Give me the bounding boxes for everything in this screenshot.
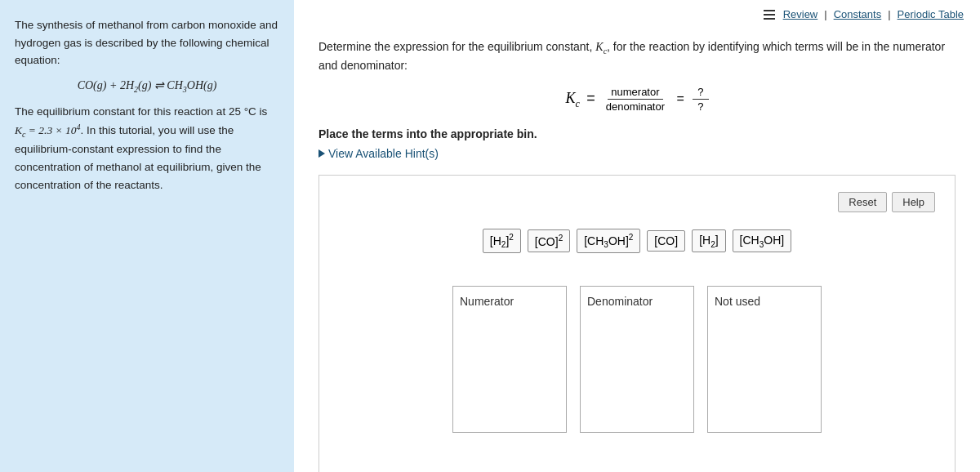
main-content: Determine the expression for the equilib…: [294, 0, 980, 472]
term-ch3oh[interactable]: [CH3OH]: [733, 229, 792, 253]
instruction-text: Place the terms into the appropriate bin…: [318, 127, 956, 140]
formula-question-den: ?: [693, 100, 708, 113]
term-h2-squared[interactable]: [H2]2: [483, 229, 521, 253]
terms-row: [H2]2 [CO]2 [CH3OH]2 [CO] [H2] [CH3OH]: [339, 229, 935, 253]
sidebar-content: The synthesis of methanol from carbon mo…: [15, 16, 279, 194]
sidebar-intro: The synthesis of methanol from carbon mo…: [15, 16, 279, 69]
sidebar-equilibrium-info: The equilibrium constant for this reacti…: [15, 103, 279, 194]
term-co[interactable]: [CO]: [647, 230, 685, 252]
term-co-squared[interactable]: [CO]2: [528, 229, 570, 252]
numerator-bin[interactable]: Numerator: [452, 286, 567, 433]
formula-denominator-label: denominator: [603, 100, 668, 113]
term-ch3oh-squared[interactable]: [CH3OH]2: [577, 229, 640, 253]
hint-triangle-icon: [318, 149, 325, 158]
hint-link[interactable]: View Available Hint(s): [318, 147, 956, 160]
formula-question-num: ?: [693, 86, 708, 100]
sidebar: The synthesis of methanol from carbon mo…: [0, 0, 294, 472]
bins-row: Numerator Denominator Not used: [339, 286, 935, 433]
formula-numerator-label: numerator: [608, 86, 662, 100]
hint-link-label: View Available Hint(s): [328, 147, 439, 160]
denominator-bin[interactable]: Denominator: [580, 286, 694, 433]
denominator-bin-label: Denominator: [587, 295, 687, 308]
term-h2[interactable]: [H2]: [692, 229, 725, 253]
reset-button[interactable]: Reset: [838, 192, 887, 212]
drag-drop-area: Reset Help [H2]2 [CO]2 [CH3OH]2 [CO] [H: [318, 175, 956, 472]
not-used-bin-label: Not used: [715, 295, 814, 308]
problem-statement: Determine the expression for the equilib…: [318, 38, 956, 74]
action-buttons: Reset Help: [339, 192, 935, 212]
help-button[interactable]: Help: [892, 192, 935, 212]
kc-formula-display: Kc = numerator denominator = ? ?: [318, 86, 956, 113]
numerator-bin-label: Numerator: [460, 295, 559, 308]
not-used-bin[interactable]: Not used: [707, 286, 822, 433]
sidebar-equation: CO(g) + 2H2(g) ⇌ CH3OH(g): [15, 76, 279, 96]
